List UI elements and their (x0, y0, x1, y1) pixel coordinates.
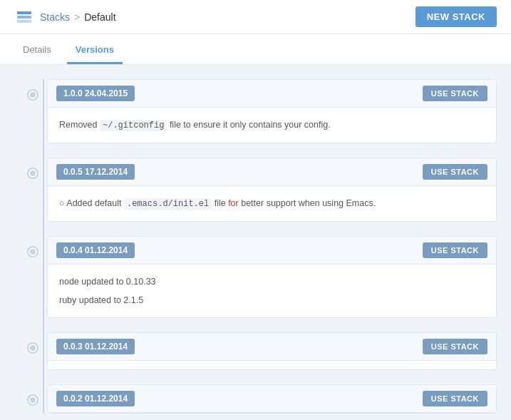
version-card: 0.0.2 01.12.2014 USE STACK (47, 384, 497, 414)
version-card-header: 0.0.5 17.12.2014 USE STACK (48, 158, 496, 186)
version-item: 0.0.2 01.12.2014 USE STACK (29, 384, 497, 414)
use-stack-button[interactable]: USE STACK (423, 242, 487, 258)
keyword-for: for (228, 198, 239, 208)
version-card-header: 1.0.0 24.04.2015 USE STACK (48, 80, 496, 108)
version-card-body: Removed ~/.gitconfig file to ensure it o… (48, 108, 496, 143)
logo-icon (14, 7, 34, 27)
version-tag: 0.0.2 01.12.2014 (56, 391, 135, 406)
use-stack-button[interactable]: USE STACK (423, 86, 487, 101)
header-left: Stacks > Default (14, 7, 116, 27)
version-card: 0.0.5 17.12.2014 USE STACK ○ Added defau… (47, 158, 497, 222)
version-tag: 1.0.0 24.04.2015 (56, 86, 135, 101)
code-snippet: .emacs.d/init.el (124, 198, 212, 210)
tab-versions[interactable]: Versions (67, 34, 123, 64)
timeline-dot (29, 247, 37, 256)
version-tag: 0.0.4 01.12.2014 (56, 242, 135, 258)
code-snippet: ~/.gitconfig (100, 120, 167, 131)
new-stack-button[interactable]: NEW STACK (415, 6, 497, 27)
versions-content: 1.0.0 24.04.2015 USE STACK Removed ~/.gi… (0, 65, 511, 420)
use-stack-button[interactable]: USE STACK (423, 164, 487, 180)
version-card-body (48, 361, 496, 369)
timeline-dot (29, 91, 37, 99)
breadcrumb-current: Default (84, 11, 115, 23)
version-card-header: 0.0.2 01.12.2014 USE STACK (48, 385, 496, 413)
version-item: 0.0.5 17.12.2014 USE STACK ○ Added defau… (29, 158, 497, 222)
change-line: node updated to 0.10.33 (59, 275, 485, 289)
version-card: 0.0.3 01.12.2014 USE STACK (47, 332, 497, 370)
use-stack-button[interactable]: USE STACK (423, 339, 487, 354)
breadcrumb-separator: > (74, 11, 80, 23)
version-card-body: node updated to 0.10.33 ruby updated to … (48, 265, 496, 317)
version-card: 0.0.4 01.12.2014 USE STACK node updated … (47, 236, 497, 318)
version-card-body: ○ Added default .emacs.d/init.el file fo… (48, 186, 496, 221)
version-item: 0.0.3 01.12.2014 USE STACK (29, 332, 497, 370)
svg-rect-0 (17, 11, 31, 14)
version-tag: 0.0.3 01.12.2014 (56, 339, 135, 354)
svg-rect-1 (17, 16, 31, 19)
version-card-header: 0.0.3 01.12.2014 USE STACK (48, 333, 496, 361)
svg-rect-2 (17, 20, 31, 23)
breadcrumb: Stacks > Default (40, 11, 116, 23)
timeline-dot (29, 396, 37, 404)
timeline-dot (29, 344, 37, 352)
tabs-bar: Details Versions (0, 34, 511, 65)
version-card: 1.0.0 24.04.2015 USE STACK Removed ~/.gi… (47, 79, 497, 143)
use-stack-button[interactable]: USE STACK (423, 391, 487, 406)
version-item: 0.0.4 01.12.2014 USE STACK node updated … (29, 236, 497, 318)
header: Stacks > Default NEW STACK (0, 0, 511, 34)
timeline-wrapper: 1.0.0 24.04.2015 USE STACK Removed ~/.gi… (14, 79, 497, 414)
version-item: 1.0.0 24.04.2015 USE STACK Removed ~/.gi… (29, 79, 497, 143)
timeline-dot (29, 169, 37, 178)
version-tag: 0.0.5 17.12.2014 (56, 164, 135, 180)
version-card-header: 0.0.4 01.12.2014 USE STACK (48, 237, 496, 265)
change-line: ruby updated to 2.1.5 (59, 293, 485, 307)
breadcrumb-parent[interactable]: Stacks (40, 11, 70, 23)
tab-details[interactable]: Details (14, 34, 60, 64)
